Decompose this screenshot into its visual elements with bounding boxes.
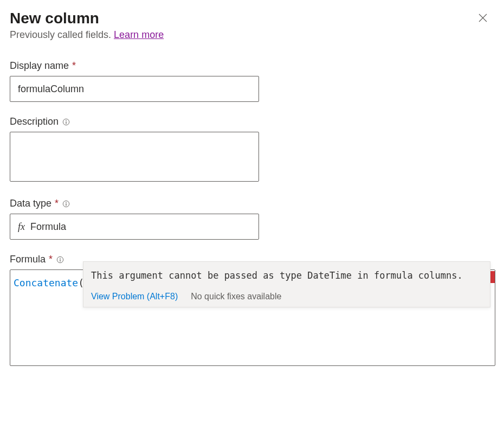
data-type-value: Formula	[30, 221, 66, 233]
new-column-panel: New column Previously called fields. Lea…	[0, 0, 504, 366]
fx-icon: fx	[18, 221, 25, 233]
panel-title: New column	[10, 10, 494, 27]
field-data-type: Data type * fx Formula	[10, 198, 494, 240]
field-description: Description	[10, 116, 494, 184]
error-marker	[490, 271, 495, 283]
display-name-label: Display name *	[10, 60, 494, 72]
view-problem-link[interactable]: View Problem (Alt+F8)	[91, 292, 178, 301]
svg-rect-5	[66, 203, 66, 205]
svg-point-7	[60, 258, 61, 259]
info-icon[interactable]	[62, 200, 70, 208]
description-label: Description	[10, 116, 494, 127]
display-name-input[interactable]	[10, 76, 259, 102]
no-quick-fix-text: No quick fixes available	[191, 292, 281, 301]
description-input[interactable]	[10, 132, 259, 182]
info-icon[interactable]	[56, 255, 64, 264]
info-icon[interactable]	[62, 118, 70, 126]
error-tooltip: This argument cannot be passed as type D…	[83, 261, 490, 307]
close-icon	[479, 14, 487, 22]
panel-subtitle: Previously called fields. Learn more	[10, 29, 494, 41]
svg-rect-2	[66, 121, 66, 124]
error-message: This argument cannot be passed as type D…	[83, 262, 490, 288]
svg-point-1	[66, 120, 67, 121]
data-type-label: Data type *	[10, 198, 494, 209]
required-mark: *	[72, 60, 76, 72]
label-text: Formula	[10, 254, 46, 265]
required-mark: *	[55, 198, 59, 209]
learn-more-link[interactable]: Learn more	[114, 29, 164, 40]
data-type-select[interactable]: fx Formula	[10, 214, 259, 240]
svg-point-4	[66, 202, 67, 203]
close-button[interactable]	[477, 12, 489, 24]
label-text: Display name	[10, 60, 69, 72]
subtitle-text: Previously called fields.	[10, 29, 114, 40]
error-actions: View Problem (Alt+F8) No quick fixes ava…	[83, 288, 490, 307]
field-display-name: Display name *	[10, 60, 494, 102]
svg-rect-8	[60, 259, 60, 261]
token-function: Concatenate	[14, 277, 78, 288]
label-text: Description	[10, 116, 59, 127]
label-text: Data type	[10, 198, 51, 209]
required-mark: *	[49, 254, 53, 265]
